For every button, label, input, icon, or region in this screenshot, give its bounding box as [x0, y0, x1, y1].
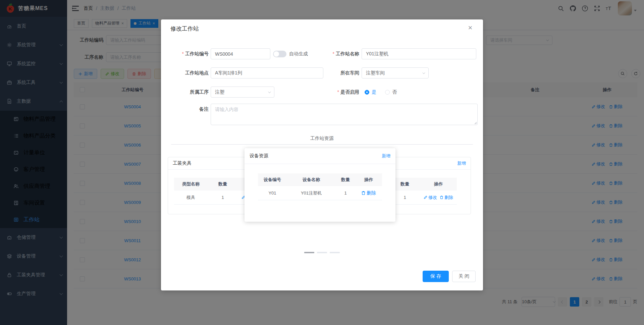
remark-textarea[interactable] — [211, 104, 478, 125]
right-panel-add-link[interactable]: 新增 — [457, 160, 466, 166]
device-col-code: 设备编号 — [258, 177, 287, 183]
carousel-dot-1[interactable] — [304, 252, 314, 253]
device-resource-panel: 设备资源 新增 设备编号 设备名称 数量 操作 Y01 Y01注塑机 1 删除 — [245, 148, 395, 222]
fixture-col-qty: 数量 — [208, 181, 238, 187]
device-col-name: 设备名称 — [287, 177, 336, 183]
section-title: 工作站资源 — [304, 136, 340, 141]
right-edit-link[interactable]: 修改 — [424, 195, 437, 201]
trash-icon — [361, 191, 366, 195]
chevron-down-icon — [422, 71, 425, 74]
enabled-label: 是否启用 — [312, 87, 359, 98]
fixture-panel-title: 工装夹具 — [173, 160, 192, 166]
right-col-action: 操作 — [420, 181, 457, 187]
fixture-type: 模具 — [174, 195, 208, 201]
close-icon[interactable]: × — [466, 23, 474, 32]
device-add-link[interactable]: 新增 — [382, 153, 390, 159]
code-input[interactable] — [211, 48, 270, 59]
auto-generate-label: 自动生成 — [289, 48, 308, 59]
save-button[interactable]: 保 存 — [423, 271, 449, 282]
remark-label: 备注 — [161, 104, 209, 115]
location-input[interactable] — [211, 67, 323, 78]
enabled-no-radio[interactable]: 否 — [385, 89, 397, 95]
enabled-yes-radio[interactable]: 是 — [365, 89, 376, 95]
carousel-dot-3[interactable] — [330, 252, 340, 253]
device-name: Y01注塑机 — [287, 190, 336, 196]
device-row: Y01 Y01注塑机 1 删除 — [258, 186, 382, 200]
right-delete-link[interactable]: 删除 — [440, 195, 453, 201]
pencil-icon — [424, 196, 427, 199]
device-col-action: 操作 — [355, 177, 382, 183]
device-panel-title: 设备资源 — [250, 153, 268, 159]
auto-generate-toggle[interactable] — [273, 51, 286, 57]
name-input[interactable] — [362, 48, 476, 59]
device-delete-link[interactable]: 删除 — [361, 190, 376, 196]
carousel-dot-2[interactable] — [317, 252, 327, 253]
chevron-down-icon — [268, 90, 271, 93]
process-select[interactable]: 注塑 — [211, 87, 274, 98]
device-qty: 1 — [336, 191, 355, 196]
location-label: 工作站地点 — [161, 67, 209, 78]
fixture-qty: 1 — [208, 195, 238, 200]
fixture-col-type: 类型名称 — [174, 181, 208, 187]
section-divider — [171, 144, 473, 145]
device-col-qty: 数量 — [336, 177, 355, 183]
code-label: 工作站编号 — [161, 48, 209, 59]
trash-icon — [440, 196, 443, 199]
workshop-label: 所在车间 — [312, 67, 359, 78]
dialog-title: 修改工作站 — [170, 25, 199, 33]
device-code: Y01 — [258, 191, 287, 196]
workshop-select[interactable]: 注塑车间 — [362, 67, 429, 78]
process-label: 所属工序 — [161, 87, 209, 98]
close-button[interactable]: 关 闭 — [452, 271, 476, 282]
edit-workstation-dialog: 修改工作站 × 工作站编号 自动生成 工作站名称 工作站地点 所在车间 注塑车间… — [161, 19, 483, 290]
carousel-indicators — [304, 252, 340, 253]
name-label: 工作站名称 — [312, 48, 359, 59]
